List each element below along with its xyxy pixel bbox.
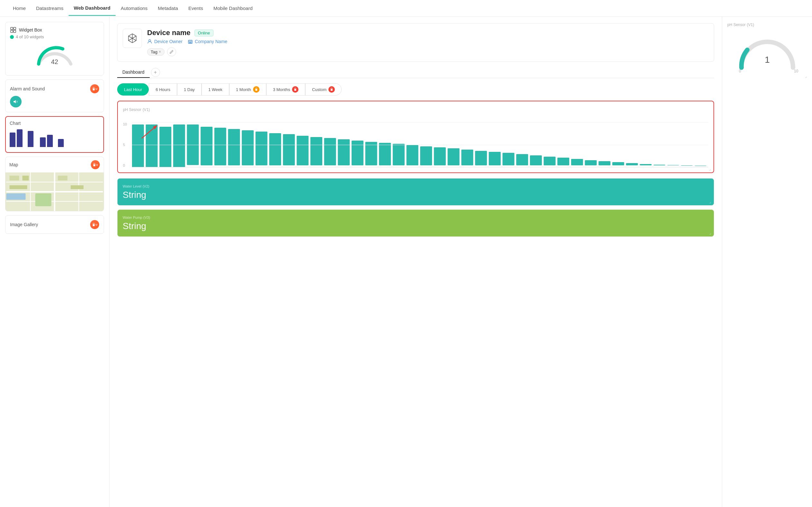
nav-mobile-dashboard[interactable]: Mobile Dashboard [208,1,258,15]
svg-rect-18 [36,193,52,206]
svg-rect-53 [503,153,514,165]
dot-indicator [10,35,14,39]
svg-rect-0 [11,27,13,30]
chart-widget-title: pH Sesnor (V1) [123,107,708,112]
time-btn-last-hour[interactable]: Last Hour [117,83,149,96]
time-btn-1-week[interactable]: 1 Week [202,83,229,96]
nav-metadata[interactable]: Metadata [153,1,183,15]
svg-rect-57 [557,158,569,165]
ph-sensor-right-title: pH Sensor (V1) [727,22,807,27]
svg-rect-3 [13,30,16,33]
chart-arrow [139,125,158,142]
water-level-label: Water Level (V2) [123,184,709,188]
svg-rect-19 [6,193,26,200]
svg-text:1: 1 [765,55,770,65]
chart-sidebar-card: Chart [5,116,104,153]
grid-line-top [132,122,708,123]
nav-home[interactable]: Home [8,1,31,15]
tag-remove[interactable]: × [159,50,161,54]
lock-icon-custom [328,86,335,93]
svg-rect-1 [13,27,16,30]
y-axis: 10 5 0 [123,122,131,167]
alarm-card: Alarm and Sound U [5,79,104,112]
map-card: Map U [5,157,104,211]
svg-rect-61 [612,162,624,165]
water-pump-resize[interactable]: ⌟ [709,231,711,235]
svg-rect-4 [93,89,95,91]
svg-rect-49 [448,148,459,165]
svg-rect-54 [516,154,528,165]
svg-rect-39 [310,137,322,165]
svg-rect-32 [214,128,226,165]
lock-icon-3months [292,86,299,93]
time-btn-1-day[interactable]: 1 Day [177,83,202,96]
edit-tag-button[interactable] [167,47,176,56]
svg-rect-35 [256,131,267,165]
tab-dashboard[interactable]: Dashboard [117,67,150,78]
device-tags: Tag × [147,47,709,56]
time-btn-1-month[interactable]: 1 Month [229,83,266,96]
svg-rect-34 [242,130,254,165]
water-pump-label: Water Pump (V3) [123,215,709,220]
water-level-widget: Water Level (V2) String ⌟ [117,178,714,206]
device-company[interactable]: Company Name [188,39,227,44]
svg-rect-66 [681,165,693,166]
chart-area: 10 5 0 [123,116,708,167]
svg-rect-51 [475,151,487,165]
svg-rect-46 [406,145,418,165]
svg-rect-22 [188,40,192,44]
ph-gauge-resize[interactable]: ⌟ [805,74,807,78]
content-area: Device name Online Device Owner Company … [109,17,722,507]
svg-rect-24 [294,89,296,91]
svg-rect-45 [393,144,405,165]
widget-box-title: Widget Box [19,27,42,33]
svg-rect-31 [201,127,212,165]
map-lock-badge: U [91,160,100,169]
alarm-sound-btn[interactable] [10,96,21,107]
device-icon [123,29,142,48]
time-btn-3-months[interactable]: 3 Months [266,83,305,96]
device-info: Device name Online Device Owner Company … [147,29,709,56]
svg-rect-48 [434,147,446,165]
nav-events[interactable]: Events [183,1,208,15]
water-level-value: String [123,190,709,200]
nav-web-dashboard[interactable]: Web Dashboard [68,1,115,16]
building-icon [188,39,193,44]
svg-rect-38 [297,136,308,165]
top-nav: Home Datastreams Web Dashboard Automatio… [0,0,812,17]
svg-rect-60 [599,161,610,165]
svg-rect-20 [93,224,95,226]
svg-rect-63 [640,164,652,165]
time-btn-custom[interactable]: Custom [305,83,342,96]
svg-rect-50 [461,150,473,165]
map-title: Map [9,162,18,167]
widget-count: 4 of 10 widgets [16,35,44,39]
nav-datastreams[interactable]: Datastreams [31,1,68,15]
svg-rect-47 [420,147,432,165]
svg-rect-65 [667,165,679,165]
right-panel: pH Sensor (V1) 1 0 10 ⌟ [722,17,812,507]
time-btn-6-hours[interactable]: 6 Hours [149,83,177,96]
svg-rect-16 [58,176,68,180]
svg-rect-13 [10,176,19,180]
grid-line-mid [132,145,708,145]
svg-rect-62 [626,163,638,165]
gauge-value: 42 [51,58,58,66]
gauge-widget: 42 [10,43,99,66]
svg-rect-52 [489,152,501,165]
device-header: Device name Online Device Owner Company … [117,23,714,62]
chart-resize-handle[interactable]: ⌟ [709,167,711,171]
svg-rect-17 [71,185,84,189]
svg-rect-40 [324,138,336,165]
water-level-resize[interactable]: ⌟ [709,200,711,204]
image-gallery-lock-badge: U [90,220,99,229]
add-tab-button[interactable]: + [151,68,160,77]
svg-rect-14 [22,176,29,180]
sidebar: Widget Box 4 of 10 widgets 42 Alar [0,17,109,507]
chart-sidebar-bars [10,129,100,148]
alarm-lock-badge: U [90,84,99,93]
svg-rect-58 [571,159,583,165]
device-owner[interactable]: Device Owner [147,39,183,44]
nav-automations[interactable]: Automations [115,1,153,15]
ph-gauge: 1 0 10 ⌟ [727,32,807,78]
